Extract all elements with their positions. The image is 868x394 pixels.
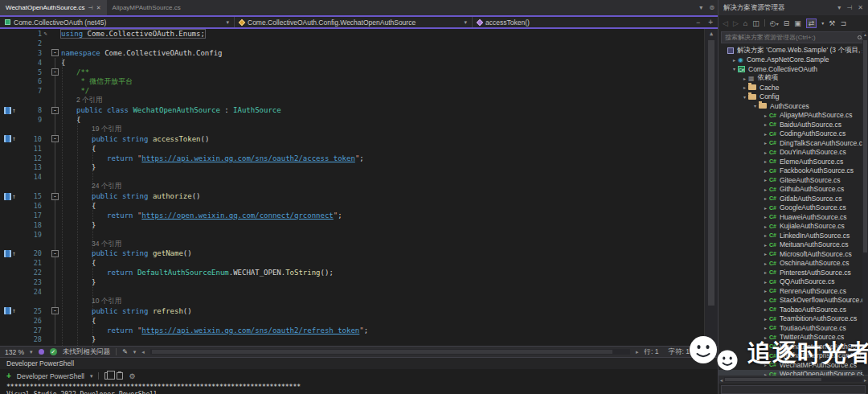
code-line[interactable]: 18} <box>0 220 718 230</box>
pending-changes-filter-icon[interactable]: ◴▾ <box>770 19 779 27</box>
toolbar-chevron-icon[interactable]: ▾ <box>821 20 824 26</box>
tree-item-fackbookauthsource-cs[interactable]: ▸C#FackbookAuthSource.cs <box>719 166 868 176</box>
tree-item-pinterestauthsource-cs[interactable]: ▸C#PinterestAuthSource.cs <box>719 268 868 277</box>
code-line[interactable]: 7 */ <box>0 86 718 96</box>
code-line[interactable]: 17return "https://open.weixin.qq.com/con… <box>0 211 718 220</box>
chevron-collapsed-icon[interactable]: ▸ <box>762 131 769 137</box>
zoom-level[interactable]: 132 % <box>5 348 24 356</box>
close-icon[interactable]: ✕ <box>96 5 101 11</box>
code-line[interactable]: 4{ <box>0 58 718 68</box>
codelens-references[interactable]: 10 个引用 <box>92 297 121 305</box>
chevron-collapsed-icon[interactable]: ▸ <box>731 57 738 63</box>
inheritance-margin-icon[interactable] <box>4 193 11 200</box>
tree-item-linkedinauthsource-cs[interactable]: ▸C#LinkedInAuthSource.cs <box>719 231 868 240</box>
terminal-output[interactable]: ****************************************… <box>0 383 718 394</box>
scrollbar-thumb[interactable] <box>725 378 821 381</box>
scrollbar-thumb[interactable] <box>152 350 612 354</box>
minimize-icon[interactable]: − <box>696 18 700 27</box>
tree-item-come-aspnetcore-sample[interactable]: ▸◉Come.AspNetCore.Sample <box>719 55 868 65</box>
tree-horizontal-scrollbar[interactable]: ◂ ▸ <box>719 376 868 384</box>
codelens-row[interactable]: 2 个引用 <box>0 96 718 105</box>
collapse-region-icon[interactable]: - <box>51 250 59 257</box>
codelens-references[interactable]: 19 个引用 <box>92 125 121 133</box>
tree-item-wechatenterpriseauthsource-cs[interactable]: ▸C#WechatEnterpriseAuthSource.cs <box>719 342 868 351</box>
collapse-region-icon[interactable]: - <box>51 68 59 76</box>
collapse-region-icon[interactable]: - <box>51 193 59 200</box>
tree-item-taobaoauthsource-cs[interactable]: ▸C#TaobaoAuthSource.cs <box>719 305 868 314</box>
chevron-collapsed-icon[interactable]: ▸ <box>762 187 769 192</box>
code-line[interactable]: 5-/** <box>0 68 718 77</box>
chevron-collapsed-icon[interactable]: ▸ <box>762 343 769 349</box>
breadcrumb-member[interactable]: accessToken() <box>473 17 569 27</box>
code-line[interactable]: 9{ <box>0 115 718 125</box>
tree-item-alipaympauthsource-cs[interactable]: ▸C#AlipayMPAuthSource.cs <box>719 111 868 121</box>
chevron-down-icon[interactable]: ▾ <box>464 19 467 26</box>
chevron-expanded-icon[interactable]: ▾ <box>731 66 738 72</box>
chevron-collapsed-icon[interactable]: ▸ <box>741 84 748 90</box>
chevron-collapsed-icon[interactable]: ▸ <box>762 224 769 229</box>
hscroll-left-icon[interactable]: ◂ <box>141 349 145 355</box>
scroll-up-icon[interactable]: ▲ <box>862 32 868 37</box>
tree-item-authsources[interactable]: ▾AuthSources <box>719 101 868 111</box>
scrollbar-thumb[interactable] <box>863 40 867 252</box>
codelens-references[interactable]: 24 个引用 <box>92 182 121 190</box>
chevron-down-icon[interactable]: ▾ <box>226 19 229 26</box>
tree-item-codingauthsource-cs[interactable]: ▸C#CodingAuthSource.cs <box>719 129 868 139</box>
tree-item-come-collectiveoauth[interactable]: ▾C#Come.CollectiveOAuth <box>719 64 868 74</box>
tree-item--come-web-sample-3-3[interactable]: 解决方案 'Come.Web.Sample' (3 个项目, 共 3 <box>719 46 868 55</box>
tree-vertical-scrollbar[interactable]: ▲ <box>862 32 868 375</box>
code-line[interactable]: 12return "https://api.weixin.qq.com/sns/… <box>0 154 718 163</box>
code-editor[interactable]: 1✎using Come.CollectiveOAuth.Enums;23-na… <box>0 29 718 346</box>
chevron-collapsed-icon[interactable]: ▸ <box>762 362 769 367</box>
tree-item-renrenauthsource-cs[interactable]: ▸C#RenrenAuthSource.cs <box>719 286 868 296</box>
forward-icon[interactable]: ▷ <box>733 19 739 27</box>
chevron-expanded-icon[interactable]: ▾ <box>741 94 748 100</box>
code-line[interactable]: 14 <box>0 172 718 182</box>
chevron-collapsed-icon[interactable]: ▸ <box>762 195 769 201</box>
tree-item-oschinaauthsource-cs[interactable]: ▸C#OschinaAuthSource.cs <box>719 259 868 269</box>
tab-wechatopenauthsource[interactable]: WechatOpenAuthSource.cs ⊣ ✕ <box>0 0 107 15</box>
code-line[interactable]: 1✎using Come.CollectiveOAuth.Enums; <box>0 29 718 39</box>
chevron-collapsed-icon[interactable]: ▸ <box>762 177 769 183</box>
copy-icon[interactable] <box>104 372 111 380</box>
inheritance-margin-icon[interactable] <box>4 107 11 114</box>
code-line[interactable]: 21{ <box>0 258 718 268</box>
solution-search-input[interactable]: 搜索解决方案资源管理器(Ctrl+;) <box>721 31 866 43</box>
tree-item-wechatenterprisescanauthsource-cs[interactable]: ▸C#WechatEnterpriseScanAuthSource.cs <box>719 351 868 361</box>
tab-list-chevron-icon[interactable]: ▾ <box>699 4 702 11</box>
tree-item-kujialeauthsource-cs[interactable]: ▸C#KujialeAuthSource.cs <box>719 222 868 232</box>
collapse-region-icon[interactable]: - <box>51 49 59 56</box>
document-options-icon[interactable]: ⊚ <box>709 4 714 11</box>
collapse-all-icon[interactable]: ⊟ <box>784 19 790 27</box>
tree-item-teambitionauthsource-cs[interactable]: ▸C#TeambitionAuthSource.cs <box>719 314 868 324</box>
code-line[interactable]: 2 <box>0 39 718 48</box>
properties-wrench-icon[interactable]: ⚒ <box>829 19 835 27</box>
chevron-collapsed-icon[interactable]: ▸ <box>762 140 769 146</box>
chevron-collapsed-icon[interactable]: ▸ <box>762 316 769 322</box>
chevron-collapsed-icon[interactable]: ▸ <box>762 168 769 174</box>
chevron-expanded-icon[interactable]: ▾ <box>751 103 759 109</box>
chevron-collapsed-icon[interactable]: ▸ <box>762 334 769 340</box>
hscroll-left-icon[interactable]: ◂ <box>720 377 723 383</box>
show-all-files-icon[interactable]: ▣ <box>794 19 801 27</box>
hscroll-right-icon[interactable]: ▸ <box>636 349 639 355</box>
tree-item-config[interactable]: ▾Config <box>719 92 868 102</box>
tree-item--[interactable]: ▸▦依赖项 <box>719 74 868 84</box>
tree-item-qqauthsource-cs[interactable]: ▸C#QQAuthSource.cs <box>719 277 868 287</box>
tree-item-stackoverflowauthsource-cs[interactable]: ▸C#StackOverflowAuthSource.cs <box>719 296 868 306</box>
hscroll-right-icon[interactable]: ▸ <box>864 377 866 383</box>
edit-pen-icon[interactable]: ✎ <box>122 348 128 355</box>
chevron-collapsed-icon[interactable]: ▸ <box>762 371 769 376</box>
editor-horizontal-scrollbar[interactable] <box>150 349 630 355</box>
code-line[interactable]: 27return "https://api.weixin.qq.com/sns/… <box>0 326 718 335</box>
inheritance-margin-icon[interactable] <box>4 307 11 314</box>
chevron-collapsed-icon[interactable]: ▸ <box>762 232 769 238</box>
chevron-collapsed-icon[interactable]: ▸ <box>762 298 769 303</box>
panel-title[interactable]: Developer PowerShell <box>0 358 718 369</box>
pen-chevron-icon[interactable]: ▾ <box>133 349 137 355</box>
window-menu-chevron-icon[interactable]: ▾ <box>837 4 841 11</box>
chevron-collapsed-icon[interactable]: ▸ <box>762 251 769 257</box>
chevron-collapsed-icon[interactable]: ▸ <box>762 306 769 312</box>
split-window-icon[interactable]: + <box>708 18 713 27</box>
code-line[interactable]: 13} <box>0 162 718 172</box>
